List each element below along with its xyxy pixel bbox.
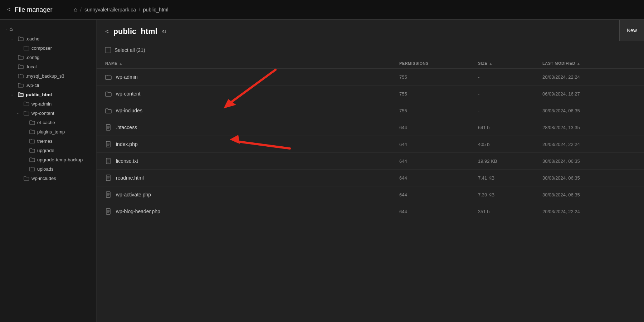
sidebar-label: uploads — [37, 166, 54, 172]
folder-icon — [105, 74, 112, 80]
breadcrumb-sep1: / — [80, 7, 82, 13]
file-permissions: 644 — [399, 125, 478, 130]
breadcrumb-domain[interactable]: sunnyvaletrailerpark.ca — [84, 7, 136, 13]
sidebar-item-home[interactable]: - ⌂ — [0, 24, 96, 34]
folder-icon — [105, 91, 112, 97]
col-modified[interactable]: LAST MODIFIED ▲ — [542, 61, 635, 65]
sidebar-label: upgrade — [37, 148, 54, 153]
table-row[interactable]: wp-admin 755 - 20/03/2024, 22:24 — [97, 69, 644, 86]
sidebar-label: plugins_temp — [37, 129, 65, 135]
file-permissions: 755 — [399, 108, 478, 113]
table-row[interactable]: index.php 644 405 b 20/03/2024, 22:24 — [97, 136, 644, 153]
sidebar-item-wp-admin[interactable]: wp-admin — [0, 99, 96, 108]
home-icon-sidebar: ⌂ — [9, 26, 13, 32]
folder-icon — [24, 110, 29, 116]
file-modified: 30/08/2024, 06:35 — [542, 175, 635, 181]
sidebar-item-uploads[interactable]: uploads — [0, 164, 96, 174]
table-header: NAME ▲ PERMISSIONS SIZE ▲ LAST MODIFIED … — [97, 58, 644, 69]
select-all-label: Select all (21) — [114, 47, 145, 53]
file-name-cell: license.txt — [105, 158, 399, 164]
sidebar-item-wpcli[interactable]: .wp-cli — [0, 80, 96, 90]
sidebar-label: wp-admin — [31, 101, 52, 107]
file-name: wp-content — [116, 91, 140, 97]
file-size: 405 b — [478, 142, 542, 147]
select-all-checkbox[interactable] — [105, 47, 111, 53]
name-sort-icon: ▲ — [119, 62, 122, 65]
topbar: < File manager ⌂ / sunnyvaletrailerpark.… — [0, 0, 644, 20]
folder-icon — [18, 36, 24, 42]
home-icon: ⌂ — [74, 6, 77, 13]
home-dash-icon: - — [6, 26, 7, 31]
folder-icon — [24, 101, 29, 107]
sidebar-item-config[interactable]: .config — [0, 53, 96, 62]
folder-icon — [29, 119, 35, 125]
file-modified: 30/08/2024, 06:35 — [542, 108, 635, 113]
file-size: 641 b — [478, 125, 542, 130]
sidebar-label: .local — [26, 64, 36, 69]
file-list: wp-admin 755 - 20/03/2024, 22:24 wp-cont… — [97, 69, 644, 322]
sidebar-item-plugins_temp[interactable]: plugins_temp — [0, 127, 96, 136]
file-modified: 20/03/2024, 22:24 — [542, 74, 635, 80]
toggle-icon: - — [11, 92, 16, 97]
new-button[interactable]: New — [619, 20, 644, 41]
file-name-cell: readme.html — [105, 175, 399, 181]
breadcrumb: ⌂ / sunnyvaletrailerpark.ca / public_htm… — [74, 6, 168, 13]
sidebar-item-mysql[interactable]: .mysql_backup_s3 — [0, 71, 96, 80]
table-row[interactable]: wp-includes 755 - 30/08/2024, 06:35 — [97, 102, 644, 119]
file-size: - — [478, 108, 542, 113]
file-modified: 20/03/2024, 22:24 — [542, 209, 635, 214]
file-name: index.php — [116, 141, 138, 147]
file-name-cell: index.php — [105, 141, 399, 147]
content-back-btn[interactable]: < — [105, 28, 109, 35]
sidebar-item-composer[interactable]: composer — [0, 43, 96, 53]
table-row[interactable]: wp-blog-header.php 644 351 b 20/03/2024,… — [97, 203, 644, 220]
file-modified: 30/08/2024, 06:35 — [542, 158, 635, 164]
folder-icon — [29, 147, 35, 153]
file-name: .htaccess — [116, 125, 137, 130]
table-row[interactable]: wp-activate.php 644 7.39 KB 30/08/2024, … — [97, 186, 644, 203]
sidebar-item-themes[interactable]: themes — [0, 136, 96, 146]
file-name: license.txt — [116, 158, 138, 164]
folder-icon — [18, 73, 24, 79]
table-row[interactable]: license.txt 644 19.92 KB 30/08/2024, 06:… — [97, 153, 644, 170]
folder-icon — [29, 166, 35, 172]
file-permissions: 644 — [399, 158, 478, 164]
file-name-cell: wp-admin — [105, 74, 399, 80]
sidebar-label: composer — [31, 45, 52, 51]
sidebar-item-upgrade[interactable]: upgrade — [0, 146, 96, 155]
content-area: < public_html ↻ New Select all (21) NAME… — [97, 20, 644, 322]
sidebar-item-public_html[interactable]: - public_html — [0, 90, 96, 99]
col-name[interactable]: NAME ▲ — [105, 61, 399, 65]
topbar-back-btn[interactable]: < — [7, 6, 10, 13]
file-icon — [105, 175, 112, 181]
sidebar-item-wp-includes[interactable]: wp-includes — [0, 174, 96, 183]
folder-icon — [18, 54, 24, 60]
table-row[interactable]: .htaccess 644 641 b 28/08/2024, 13:35 — [97, 119, 644, 136]
file-size: - — [478, 91, 542, 97]
file-permissions: 644 — [399, 175, 478, 181]
refresh-icon[interactable]: ↻ — [162, 28, 166, 35]
file-name: wp-admin — [116, 74, 138, 80]
folder-icon — [18, 82, 24, 88]
table-row[interactable]: readme.html 644 7.41 KB 30/08/2024, 06:3… — [97, 170, 644, 186]
file-name-cell: wp-includes — [105, 107, 399, 114]
file-size: - — [478, 74, 542, 80]
table-row[interactable]: wp-content 755 - 06/09/2024, 16:27 — [97, 86, 644, 102]
sidebar-item-cache[interactable]: - .cache — [0, 34, 96, 43]
sidebar-item-et-cache[interactable]: et-cache — [0, 118, 96, 127]
sidebar-item-local[interactable]: .local — [0, 62, 96, 71]
folder-icon — [18, 64, 24, 69]
col-size[interactable]: SIZE ▲ — [478, 61, 542, 65]
topbar-title: File manager — [15, 6, 52, 14]
file-size: 19.92 KB — [478, 158, 542, 164]
file-permissions: 644 — [399, 209, 478, 214]
file-modified: 28/08/2024, 13:35 — [542, 125, 635, 130]
file-permissions: 644 — [399, 142, 478, 147]
file-permissions: 644 — [399, 192, 478, 197]
sidebar-label: public_html — [26, 92, 52, 97]
folder-icon — [29, 138, 35, 144]
col-permissions[interactable]: PERMISSIONS — [399, 61, 478, 65]
sidebar-label: .cache — [26, 36, 39, 42]
sidebar-item-upgrade-temp-backup[interactable]: upgrade-temp-backup — [0, 155, 96, 164]
sidebar-item-wp-content[interactable]: - wp-content — [0, 108, 96, 118]
